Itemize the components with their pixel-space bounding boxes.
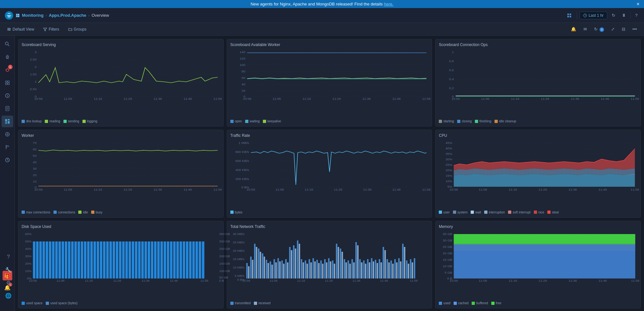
chart-disk-space: 60% 50% 40% 30% 20% 10% 0% 350 GB 300 GB…: [22, 231, 220, 300]
svg-line-12: [585, 15, 586, 16]
svg-rect-226: [106, 241, 109, 278]
svg-text:11:06: 11:06: [275, 188, 284, 191]
help-button[interactable]: ?: [633, 12, 639, 19]
time-range-label: Last 1 hr: [589, 13, 604, 18]
refresh-counter-button[interactable]: ↻ 0: [592, 26, 606, 33]
svg-rect-217: [78, 241, 80, 278]
sidebar-item-clock[interactable]: [2, 154, 13, 166]
announce-link[interactable]: here.: [384, 2, 394, 6]
panel-title-scoreboard-serving: Scoreboard Serving: [22, 42, 220, 47]
svg-rect-29: [8, 83, 9, 85]
breadcrumb-app[interactable]: Apps.Prod.Apache: [49, 13, 86, 18]
svg-line-47: [7, 160, 8, 160]
breadcrumb-section: Overview: [91, 13, 109, 18]
sidebar-item-settings[interactable]: ⚙: [3, 277, 14, 288]
time-range-button[interactable]: Last 1 hr: [580, 12, 607, 19]
svg-rect-350: [388, 262, 389, 278]
svg-text:10 MB/s: 10 MB/s: [233, 266, 245, 269]
sidebar-item-tools[interactable]: 🔧: [3, 264, 14, 276]
sidebar-item-search[interactable]: [2, 38, 13, 50]
sidebar-item-rocket[interactable]: [2, 51, 13, 63]
svg-rect-324: [338, 247, 339, 278]
svg-text:2.50: 2.50: [30, 58, 37, 61]
svg-rect-39: [5, 122, 7, 124]
svg-rect-206: [43, 241, 45, 278]
svg-text:11:46: 11:46: [184, 97, 192, 100]
sidebar-item-grid[interactable]: [2, 77, 13, 89]
filter-icon: [43, 27, 47, 31]
svg-rect-340: [369, 262, 370, 278]
announce-close-button[interactable]: ×: [637, 1, 639, 7]
svg-text:0.4: 0.4: [449, 78, 454, 81]
svg-text:11:46: 11:46: [599, 188, 607, 191]
svg-point-19: [7, 56, 8, 57]
svg-text:1: 1: [452, 51, 454, 54]
svg-rect-9: [570, 16, 571, 17]
legend-worker: max connections connections idle busy: [22, 211, 220, 214]
svg-rect-349: [386, 259, 388, 278]
svg-rect-327: [343, 259, 345, 278]
sidebar-item-doc[interactable]: [2, 103, 13, 114]
svg-text:11:46: 11:46: [392, 188, 400, 191]
svg-rect-341: [371, 258, 372, 278]
mail-button[interactable]: ✉: [582, 26, 589, 33]
svg-rect-38: [8, 119, 10, 120]
default-view-button[interactable]: Default View: [5, 26, 36, 33]
notification-bell-button[interactable]: 🔔: [569, 26, 578, 33]
svg-rect-331: [351, 259, 353, 278]
legend-used-space-bytes: used space (bytes): [46, 301, 78, 305]
svg-text:1 MB/s: 1 MB/s: [238, 141, 249, 145]
svg-rect-332: [353, 262, 354, 278]
apps-grid-button[interactable]: [564, 12, 574, 19]
svg-rect-209: [52, 241, 55, 278]
pause-button[interactable]: ⏸: [620, 12, 628, 19]
svg-text:20%: 20%: [25, 262, 32, 265]
svg-rect-333: [355, 242, 357, 278]
svg-text:2: 2: [35, 65, 37, 69]
svg-rect-329: [348, 260, 349, 278]
svg-marker-178: [454, 174, 635, 187]
sidebar-item-puzzle[interactable]: [2, 128, 13, 140]
legend-wait: wait: [471, 211, 481, 214]
sidebar-item-globe[interactable]: 🌐: [3, 290, 14, 301]
svg-text:40: 40: [33, 161, 37, 164]
rocket-icon: [5, 54, 10, 60]
svg-text:25 MB/s: 25 MB/s: [233, 240, 245, 244]
svg-text:11:16: 11:16: [509, 279, 517, 282]
svg-text:11:26: 11:26: [124, 97, 132, 100]
refresh-button[interactable]: ↻: [610, 12, 617, 19]
legend-buffered: buffered: [472, 301, 488, 305]
svg-text:35%: 35%: [446, 152, 452, 156]
filters-button[interactable]: Filters: [41, 26, 61, 33]
panel-scoreboard-worker: Scoreboard Available Worker 140 120 100 …: [227, 39, 432, 127]
expand-button[interactable]: ⤢: [609, 26, 617, 33]
panel-connection-ops: Scoreboard Connection Ops 1 0.8 0.6 0.4 …: [435, 39, 641, 127]
more-button[interactable]: •••: [630, 26, 639, 33]
svg-rect-4: [16, 16, 17, 17]
svg-rect-388: [454, 244, 635, 251]
sidebar-item-flag[interactable]: [2, 141, 13, 153]
svg-marker-16: [43, 28, 47, 31]
groups-button[interactable]: Groups: [66, 26, 88, 33]
breadcrumb-monitoring[interactable]: Monitoring: [22, 13, 43, 18]
svg-rect-390: [454, 234, 635, 243]
svg-text:60%: 60%: [25, 232, 32, 235]
sidebar-item-info[interactable]: [2, 90, 13, 101]
svg-text:120: 120: [240, 57, 245, 60]
svg-text:11:46: 11:46: [599, 279, 607, 282]
svg-rect-26: [5, 81, 7, 82]
logo-icon: [5, 11, 14, 20]
panel-title-memory: Memory: [439, 224, 637, 229]
sidebar-item-dashboard[interactable]: [2, 116, 13, 127]
panel-memory: Memory 35 GB 30 GB 25 GB 20 GB 15 GB: [435, 221, 641, 308]
svg-rect-243: [160, 241, 163, 278]
sidebar-item-bug[interactable]: 1: [2, 64, 13, 76]
legend-max-connections: max connections: [22, 211, 50, 214]
svg-text:15%: 15%: [446, 174, 452, 177]
chart-network-traffic: 30 MB/s 25 MB/s 20 MB/s 15 MB/s 10 MB/s …: [230, 231, 429, 300]
puzzle-icon: [5, 132, 10, 137]
svg-marker-180: [454, 149, 635, 170]
layout-button[interactable]: ⊟: [620, 26, 627, 33]
sidebar-item-question[interactable]: ?: [3, 251, 14, 263]
svg-rect-231: [122, 241, 125, 278]
